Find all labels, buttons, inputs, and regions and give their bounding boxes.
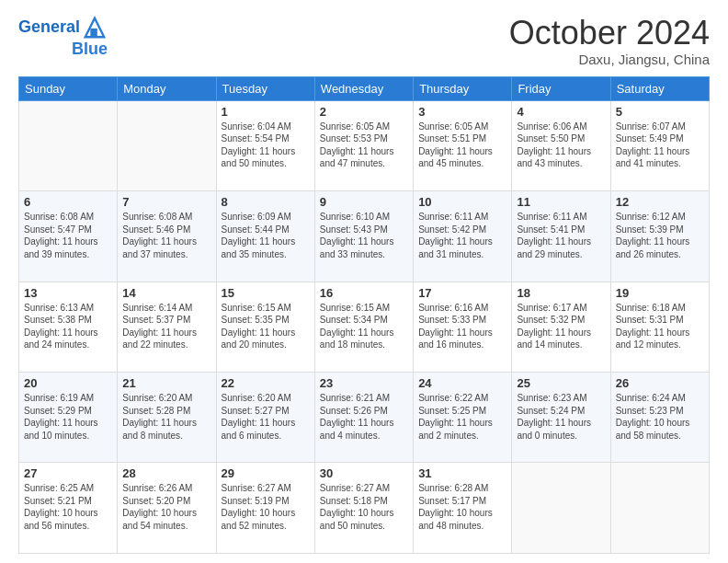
weekday-header-thursday: Thursday bbox=[414, 76, 512, 100]
day-info: Sunrise: 6:22 AM Sunset: 5:25 PM Dayligh… bbox=[418, 392, 506, 442]
day-number: 8 bbox=[222, 195, 310, 209]
day-number: 21 bbox=[122, 376, 210, 390]
day-number: 14 bbox=[122, 286, 210, 300]
calendar-week-row: 6Sunrise: 6:08 AM Sunset: 5:47 PM Daylig… bbox=[19, 191, 710, 282]
day-info: Sunrise: 6:23 AM Sunset: 5:24 PM Dayligh… bbox=[517, 392, 605, 442]
day-number: 3 bbox=[418, 105, 506, 119]
day-number: 18 bbox=[517, 286, 605, 300]
day-info: Sunrise: 6:17 AM Sunset: 5:32 PM Dayligh… bbox=[517, 302, 605, 351]
calendar-cell: 23Sunrise: 6:21 AM Sunset: 5:26 PM Dayli… bbox=[314, 373, 413, 463]
day-info: Sunrise: 6:25 AM Sunset: 5:21 PM Dayligh… bbox=[24, 482, 112, 532]
day-number: 15 bbox=[222, 286, 310, 300]
day-info: Sunrise: 6:26 AM Sunset: 5:20 PM Dayligh… bbox=[122, 482, 210, 532]
day-number: 17 bbox=[418, 286, 506, 300]
calendar-cell: 21Sunrise: 6:20 AM Sunset: 5:28 PM Dayli… bbox=[118, 373, 216, 463]
calendar-cell: 5Sunrise: 6:07 AM Sunset: 5:49 PM Daylig… bbox=[610, 100, 709, 190]
calendar-week-row: 20Sunrise: 6:19 AM Sunset: 5:29 PM Dayli… bbox=[19, 373, 710, 463]
day-info: Sunrise: 6:15 AM Sunset: 5:34 PM Dayligh… bbox=[320, 302, 408, 351]
calendar-cell: 10Sunrise: 6:11 AM Sunset: 5:42 PM Dayli… bbox=[414, 191, 512, 282]
day-info: Sunrise: 6:11 AM Sunset: 5:42 PM Dayligh… bbox=[418, 211, 506, 260]
calendar-cell bbox=[610, 463, 709, 554]
month-title: October 2024 bbox=[509, 15, 710, 52]
day-number: 27 bbox=[24, 466, 112, 480]
day-info: Sunrise: 6:20 AM Sunset: 5:27 PM Dayligh… bbox=[222, 392, 310, 442]
calendar-cell: 14Sunrise: 6:14 AM Sunset: 5:37 PM Dayli… bbox=[118, 282, 216, 372]
calendar-cell: 13Sunrise: 6:13 AM Sunset: 5:38 PM Dayli… bbox=[19, 282, 118, 372]
calendar-cell: 6Sunrise: 6:08 AM Sunset: 5:47 PM Daylig… bbox=[19, 191, 118, 282]
calendar-cell bbox=[19, 100, 118, 190]
calendar-cell: 20Sunrise: 6:19 AM Sunset: 5:29 PM Dayli… bbox=[19, 373, 118, 463]
calendar-cell bbox=[512, 463, 610, 554]
calendar-cell: 24Sunrise: 6:22 AM Sunset: 5:25 PM Dayli… bbox=[414, 373, 512, 463]
logo: General Blue bbox=[18, 15, 108, 59]
day-info: Sunrise: 6:04 AM Sunset: 5:54 PM Dayligh… bbox=[222, 121, 310, 170]
day-info: Sunrise: 6:13 AM Sunset: 5:38 PM Dayligh… bbox=[24, 302, 112, 351]
day-info: Sunrise: 6:18 AM Sunset: 5:31 PM Dayligh… bbox=[616, 302, 704, 351]
day-number: 31 bbox=[418, 466, 506, 480]
day-number: 10 bbox=[418, 195, 506, 209]
day-info: Sunrise: 6:14 AM Sunset: 5:37 PM Dayligh… bbox=[122, 302, 210, 351]
calendar-cell: 31Sunrise: 6:28 AM Sunset: 5:17 PM Dayli… bbox=[414, 463, 512, 554]
day-number: 11 bbox=[517, 195, 605, 209]
day-number: 13 bbox=[24, 286, 112, 300]
day-number: 1 bbox=[222, 105, 310, 119]
calendar-cell: 8Sunrise: 6:09 AM Sunset: 5:44 PM Daylig… bbox=[216, 191, 314, 282]
calendar-cell: 29Sunrise: 6:27 AM Sunset: 5:19 PM Dayli… bbox=[216, 463, 314, 554]
day-info: Sunrise: 6:16 AM Sunset: 5:33 PM Dayligh… bbox=[418, 302, 506, 351]
calendar-cell: 17Sunrise: 6:16 AM Sunset: 5:33 PM Dayli… bbox=[414, 282, 512, 372]
calendar-cell: 16Sunrise: 6:15 AM Sunset: 5:34 PM Dayli… bbox=[314, 282, 413, 372]
header: General Blue October 2024 Daxu, Jiangsu,… bbox=[18, 15, 710, 67]
day-number: 30 bbox=[320, 466, 408, 480]
day-number: 9 bbox=[320, 195, 408, 209]
location-subtitle: Daxu, Jiangsu, China bbox=[509, 52, 710, 67]
calendar-week-row: 13Sunrise: 6:13 AM Sunset: 5:38 PM Dayli… bbox=[19, 282, 710, 372]
day-info: Sunrise: 6:24 AM Sunset: 5:23 PM Dayligh… bbox=[616, 392, 704, 442]
day-info: Sunrise: 6:08 AM Sunset: 5:47 PM Dayligh… bbox=[24, 211, 112, 260]
day-info: Sunrise: 6:10 AM Sunset: 5:43 PM Dayligh… bbox=[320, 211, 408, 260]
day-number: 12 bbox=[616, 195, 704, 209]
calendar-cell: 12Sunrise: 6:12 AM Sunset: 5:39 PM Dayli… bbox=[610, 191, 709, 282]
calendar-cell: 3Sunrise: 6:05 AM Sunset: 5:51 PM Daylig… bbox=[414, 100, 512, 190]
day-info: Sunrise: 6:08 AM Sunset: 5:46 PM Dayligh… bbox=[122, 211, 210, 260]
day-info: Sunrise: 6:12 AM Sunset: 5:39 PM Dayligh… bbox=[616, 211, 704, 260]
logo-icon bbox=[82, 15, 108, 40]
day-info: Sunrise: 6:07 AM Sunset: 5:49 PM Dayligh… bbox=[616, 121, 704, 170]
day-info: Sunrise: 6:11 AM Sunset: 5:41 PM Dayligh… bbox=[517, 211, 605, 260]
day-info: Sunrise: 6:27 AM Sunset: 5:18 PM Dayligh… bbox=[320, 482, 408, 532]
page: General Blue October 2024 Daxu, Jiangsu,… bbox=[0, 0, 728, 563]
day-number: 23 bbox=[320, 376, 408, 390]
calendar-week-row: 1Sunrise: 6:04 AM Sunset: 5:54 PM Daylig… bbox=[19, 100, 710, 190]
day-info: Sunrise: 6:05 AM Sunset: 5:51 PM Dayligh… bbox=[418, 121, 506, 170]
calendar-cell: 30Sunrise: 6:27 AM Sunset: 5:18 PM Dayli… bbox=[314, 463, 413, 554]
calendar-cell: 28Sunrise: 6:26 AM Sunset: 5:20 PM Dayli… bbox=[118, 463, 216, 554]
day-info: Sunrise: 6:21 AM Sunset: 5:26 PM Dayligh… bbox=[320, 392, 408, 442]
calendar-cell: 22Sunrise: 6:20 AM Sunset: 5:27 PM Dayli… bbox=[216, 373, 314, 463]
calendar-cell: 9Sunrise: 6:10 AM Sunset: 5:43 PM Daylig… bbox=[314, 191, 413, 282]
calendar-cell: 7Sunrise: 6:08 AM Sunset: 5:46 PM Daylig… bbox=[118, 191, 216, 282]
day-number: 25 bbox=[517, 376, 605, 390]
logo-text: General bbox=[18, 18, 80, 37]
day-info: Sunrise: 6:15 AM Sunset: 5:35 PM Dayligh… bbox=[222, 302, 310, 351]
day-number: 4 bbox=[517, 105, 605, 119]
day-info: Sunrise: 6:09 AM Sunset: 5:44 PM Dayligh… bbox=[222, 211, 310, 260]
calendar-cell: 4Sunrise: 6:06 AM Sunset: 5:50 PM Daylig… bbox=[512, 100, 610, 190]
svg-marker-1 bbox=[90, 29, 97, 37]
calendar-cell: 19Sunrise: 6:18 AM Sunset: 5:31 PM Dayli… bbox=[610, 282, 709, 372]
day-number: 19 bbox=[616, 286, 704, 300]
calendar-cell: 18Sunrise: 6:17 AM Sunset: 5:32 PM Dayli… bbox=[512, 282, 610, 372]
day-info: Sunrise: 6:05 AM Sunset: 5:53 PM Dayligh… bbox=[320, 121, 408, 170]
day-number: 26 bbox=[616, 376, 704, 390]
calendar-cell: 2Sunrise: 6:05 AM Sunset: 5:53 PM Daylig… bbox=[314, 100, 413, 190]
weekday-header-tuesday: Tuesday bbox=[216, 76, 314, 100]
weekday-header-wednesday: Wednesday bbox=[314, 76, 413, 100]
calendar-cell: 27Sunrise: 6:25 AM Sunset: 5:21 PM Dayli… bbox=[19, 463, 118, 554]
calendar-cell: 25Sunrise: 6:23 AM Sunset: 5:24 PM Dayli… bbox=[512, 373, 610, 463]
title-block: October 2024 Daxu, Jiangsu, China bbox=[509, 15, 710, 67]
day-number: 2 bbox=[320, 105, 408, 119]
day-number: 7 bbox=[122, 195, 210, 209]
day-info: Sunrise: 6:20 AM Sunset: 5:28 PM Dayligh… bbox=[122, 392, 210, 442]
day-number: 16 bbox=[320, 286, 408, 300]
day-number: 28 bbox=[122, 466, 210, 480]
logo-subtext: Blue bbox=[72, 40, 108, 59]
calendar-cell: 15Sunrise: 6:15 AM Sunset: 5:35 PM Dayli… bbox=[216, 282, 314, 372]
